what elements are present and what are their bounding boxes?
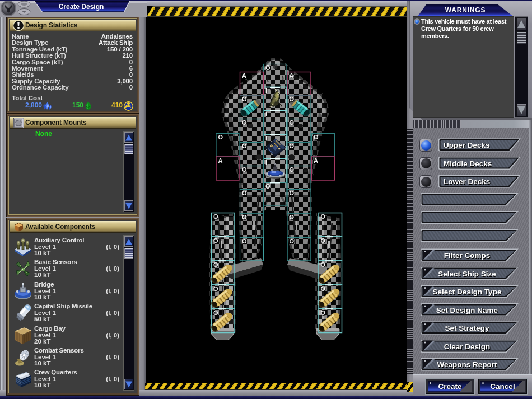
svg-text:O: O bbox=[218, 134, 223, 140]
svg-text:O: O bbox=[290, 238, 295, 245]
svg-text:O: O bbox=[321, 309, 326, 316]
svg-text:Weapons Report: Weapons Report bbox=[437, 360, 497, 369]
svg-text:O: O bbox=[290, 96, 295, 102]
svg-text:O: O bbox=[290, 214, 295, 220]
svg-text:O: O bbox=[213, 285, 218, 292]
svg-text:Middle Decks: Middle Decks bbox=[444, 159, 492, 168]
svg-text:O: O bbox=[290, 119, 295, 126]
svg-text:O: O bbox=[242, 214, 247, 220]
svg-text:O: O bbox=[321, 237, 326, 244]
svg-text:O: O bbox=[314, 134, 319, 140]
svg-text:Set Design Name: Set Design Name bbox=[436, 306, 498, 314]
svg-text:O: O bbox=[242, 96, 247, 102]
svg-text:I: I bbox=[265, 87, 267, 94]
svg-text:O: O bbox=[321, 213, 326, 220]
svg-text:Lower Decks: Lower Decks bbox=[444, 177, 490, 186]
svg-text:Filter Comps: Filter Comps bbox=[444, 251, 491, 260]
svg-text:O: O bbox=[213, 213, 218, 220]
svg-text:O: O bbox=[265, 64, 270, 71]
svg-text:O: O bbox=[290, 166, 295, 173]
svg-text:A: A bbox=[242, 72, 246, 79]
svg-text:O: O bbox=[290, 143, 295, 149]
svg-text:A: A bbox=[290, 72, 294, 79]
svg-text:O: O bbox=[290, 190, 295, 196]
svg-text:I: I bbox=[265, 159, 267, 166]
svg-text:O: O bbox=[242, 238, 247, 245]
svg-text:A: A bbox=[314, 157, 318, 164]
svg-text:O: O bbox=[321, 285, 326, 292]
svg-text:O: O bbox=[242, 190, 247, 196]
svg-text:A: A bbox=[218, 157, 223, 164]
svg-text:O: O bbox=[242, 166, 247, 173]
svg-text:I: I bbox=[265, 111, 267, 118]
svg-text:O: O bbox=[265, 183, 270, 190]
svg-text:Set Strategy: Set Strategy bbox=[445, 324, 489, 332]
svg-text:Select Ship Size: Select Ship Size bbox=[438, 270, 496, 278]
svg-text:O: O bbox=[321, 261, 326, 268]
svg-text:Create Design: Create Design bbox=[59, 3, 104, 11]
svg-text:O: O bbox=[242, 143, 247, 149]
svg-text:O: O bbox=[213, 309, 218, 316]
svg-text:O: O bbox=[242, 119, 247, 126]
svg-text:I: I bbox=[265, 135, 267, 142]
svg-text:O: O bbox=[213, 261, 218, 268]
svg-text:Clear Design: Clear Design bbox=[444, 342, 491, 351]
svg-text:O: O bbox=[213, 237, 218, 244]
svg-text:Select Design Type: Select Design Type bbox=[433, 288, 502, 296]
svg-text:Upper Decks: Upper Decks bbox=[444, 141, 490, 149]
